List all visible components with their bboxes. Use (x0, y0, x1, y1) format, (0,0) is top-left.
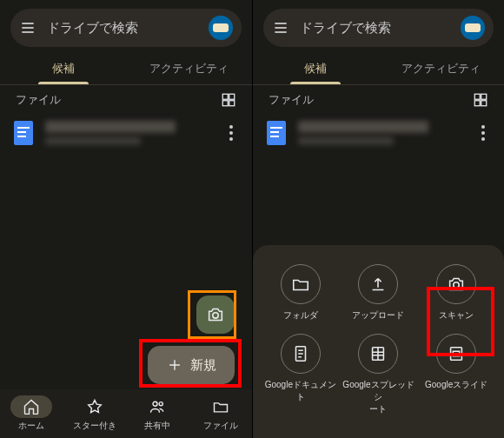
nav-files[interactable]: ファイル (189, 389, 253, 438)
bottom-nav: ホーム スター付き 共有中 ファイル (0, 389, 252, 438)
file-row[interactable] (0, 111, 252, 155)
plus-icon (166, 356, 183, 374)
svg-rect-15 (453, 351, 459, 356)
folder-icon (212, 398, 229, 415)
files-section-header: ファイル (0, 85, 252, 111)
doc-icon (14, 121, 33, 145)
files-section-header: ファイル (253, 85, 504, 111)
svg-point-11 (454, 282, 459, 288)
search-placeholder: ドライブで検索 (47, 20, 209, 36)
hamburger-icon[interactable] (19, 19, 38, 36)
sheet-upload[interactable]: アップロード (340, 264, 418, 322)
tab-suggested[interactable]: 候補 (253, 52, 379, 84)
star-icon (86, 398, 103, 415)
folder-icon (291, 275, 310, 294)
nav-shared[interactable]: 共有中 (126, 389, 189, 438)
people-icon (149, 398, 166, 415)
svg-rect-10 (481, 101, 487, 106)
search-bar[interactable]: ドライブで検索 (263, 9, 494, 47)
file-meta-redacted (298, 136, 394, 145)
hamburger-icon[interactable] (272, 19, 291, 36)
svg-point-6 (159, 402, 162, 406)
svg-point-5 (153, 402, 157, 406)
camera-icon (206, 305, 225, 324)
section-title: ファイル (16, 92, 61, 108)
sheet-sheets[interactable]: Googleスプレッドシ ート (340, 334, 418, 415)
nav-starred[interactable]: スター付き (63, 389, 127, 438)
sheet-docs[interactable]: Googleドキュメント (262, 334, 340, 415)
svg-rect-2 (222, 101, 228, 106)
phone-left: ドライブで検索 候補 アクティビティ ファイル 新規 ホーム (0, 0, 252, 438)
fab-new-label: 新規 (190, 357, 216, 374)
file-name-redacted (45, 121, 176, 133)
create-sheet: フォルダ アップロード スキャン Googleドキュメント Googleスプレッ… (253, 245, 504, 438)
docs-icon (291, 344, 310, 363)
home-icon (23, 398, 40, 415)
file-name-redacted (298, 121, 428, 133)
svg-rect-14 (451, 348, 462, 361)
avatar[interactable] (461, 16, 485, 40)
sheet-slides[interactable]: Googleスライド (417, 334, 495, 415)
search-placeholder: ドライブで検索 (300, 20, 461, 36)
phone-right: ドライブで検索 候補 アクティビティ ファイル フォルダ アップロード スキャン (252, 0, 504, 438)
view-grid-icon[interactable] (221, 92, 236, 108)
tab-activity[interactable]: アクティビティ (379, 52, 505, 84)
file-row[interactable] (253, 111, 504, 155)
svg-rect-9 (474, 101, 480, 106)
sheet-folder[interactable]: フォルダ (262, 264, 340, 322)
fab-scan[interactable] (196, 295, 235, 334)
file-info (45, 121, 212, 145)
tabs: 候補 アクティビティ (0, 52, 252, 85)
tab-activity[interactable]: アクティビティ (126, 52, 252, 84)
camera-icon (447, 275, 466, 294)
svg-rect-3 (229, 101, 235, 106)
sheets-icon (368, 344, 388, 363)
sheet-scan[interactable]: スキャン (417, 264, 495, 322)
nav-home[interactable]: ホーム (0, 389, 63, 438)
upload-icon (368, 275, 388, 294)
svg-rect-8 (481, 94, 487, 99)
file-info (298, 121, 464, 145)
search-bar[interactable]: ドライブで検索 (10, 9, 242, 47)
svg-rect-1 (229, 94, 235, 99)
doc-icon (267, 121, 286, 145)
tab-suggested[interactable]: 候補 (0, 52, 126, 84)
svg-rect-7 (474, 94, 480, 99)
svg-point-4 (213, 313, 218, 318)
view-grid-icon[interactable] (473, 92, 488, 108)
tabs: 候補 アクティビティ (253, 52, 504, 85)
slides-icon (447, 344, 466, 363)
section-title: ファイル (269, 92, 314, 108)
more-icon[interactable] (224, 120, 238, 146)
avatar[interactable] (209, 16, 233, 40)
svg-rect-0 (222, 94, 228, 99)
more-icon[interactable] (476, 120, 490, 146)
file-meta-redacted (45, 136, 141, 145)
fab-new[interactable]: 新規 (148, 346, 235, 384)
